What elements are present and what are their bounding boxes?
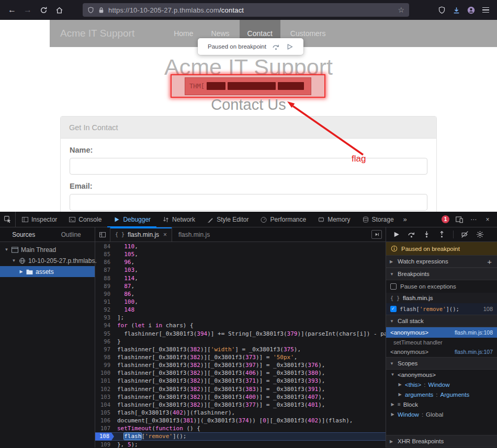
line-number[interactable]: 103 — [95, 393, 114, 401]
code-line-87[interactable]: 87 103, — [95, 266, 386, 274]
code-line-85[interactable]: 85 105, — [95, 250, 386, 258]
devtools-tab-memory[interactable]: Memory — [312, 212, 356, 227]
line-number[interactable]: 106 — [95, 417, 114, 424]
line-number[interactable]: 92 — [95, 306, 114, 314]
pick-element-icon[interactable] — [0, 212, 16, 227]
tab-outline[interactable]: Outline — [48, 227, 95, 242]
code-line-108[interactable]: 108 flash['remove'](); — [95, 432, 386, 440]
bookmark-star-icon[interactable]: ☆ — [398, 6, 404, 14]
code-line-89[interactable]: 89 87, — [95, 282, 386, 290]
frame-location[interactable]: flash.min.js:107 — [455, 349, 493, 355]
line-number[interactable]: 84 — [95, 243, 114, 250]
xhr-breakpoints-header[interactable]: ▶ XHR Breakpoints — [386, 435, 497, 447]
line-number[interactable]: 98 — [95, 353, 114, 361]
code-line-88[interactable]: 88 114, — [95, 274, 386, 282]
code-line-99[interactable]: 99flashinner[_0x3801f3(382)][_0x3801f3(3… — [95, 361, 386, 369]
name-field[interactable] — [70, 158, 427, 175]
code-line-95[interactable]: 95 flashinner[_0x3801f3(394)] += String[… — [95, 330, 386, 338]
expand-panes-icon[interactable] — [371, 230, 382, 239]
forward-button[interactable]: → — [21, 3, 35, 17]
error-count-badge[interactable]: 1 — [442, 215, 449, 223]
back-button[interactable]: ← — [5, 3, 19, 17]
devtools-tab-console[interactable]: Console — [63, 212, 107, 227]
devtools-tab-inspector[interactable]: Inspector — [16, 212, 63, 227]
account-icon[interactable] — [465, 4, 477, 16]
line-number[interactable]: 108 — [95, 432, 114, 440]
line-number[interactable]: 102 — [95, 385, 114, 393]
code-line-107[interactable]: 107setTimeout(function () { — [95, 424, 386, 432]
line-number[interactable]: 96 — [95, 338, 114, 346]
code-line-106[interactable]: 106document[_0x3801f3(381)](_0x3801f3(37… — [95, 417, 386, 424]
tree-expander-icon[interactable]: ▼ — [12, 258, 16, 263]
call-stack-async-label[interactable]: setTimeout handler — [386, 338, 497, 347]
line-number[interactable]: 99 — [95, 361, 114, 369]
code-line-100[interactable]: 100flashinner[_0x3801f3(382)][_0x3801f3(… — [95, 369, 386, 377]
tab-sources[interactable]: Sources — [0, 227, 48, 242]
scope-expander-icon[interactable]: ▶ — [398, 392, 402, 397]
pause-on-exceptions-checkbox[interactable] — [390, 283, 397, 290]
debugger-settings-icon[interactable] — [476, 231, 484, 238]
code-line-105[interactable]: 105flash[_0x3801f3(402)](flashinner), — [95, 409, 386, 417]
meatball-menu-icon[interactable]: ⋯ — [469, 215, 478, 224]
code-line-103[interactable]: 103flashinner[_0x3801f3(382)][_0x3801f3(… — [95, 393, 386, 401]
scope-expander-icon[interactable]: ▶ — [390, 412, 395, 417]
resume-icon[interactable] — [392, 231, 400, 238]
deactivate-breakpoints-icon[interactable] — [461, 231, 469, 238]
line-number[interactable]: 89 — [95, 282, 114, 290]
source-tab-active[interactable]: { } flash.min.js × — [110, 227, 172, 242]
code-line-92[interactable]: 92 148 — [95, 306, 386, 314]
watch-expressions-header[interactable]: ▶ Watch expressions + — [386, 255, 497, 268]
scope-expander-icon[interactable]: ▼ — [390, 372, 395, 377]
line-number[interactable]: 105 — [95, 409, 114, 417]
tree-item-assets[interactable]: ▶assets — [0, 266, 95, 277]
line-number[interactable]: 95 — [95, 330, 114, 338]
breakpoints-header[interactable]: ▼ Breakpoints — [386, 268, 497, 280]
responsive-mode-icon[interactable] — [455, 215, 464, 224]
code-line-104[interactable]: 104flashinner[_0x3801f3(382)][_0x3801f3(… — [95, 401, 386, 409]
tree-item-main-thread[interactable]: ▼Main Thread — [0, 244, 95, 255]
tree-item-10-10-205-27-p-thmlabs-[interactable]: ▼10-10-205-27.p.thmlabs. — [0, 255, 95, 266]
step-over-icon[interactable] — [408, 231, 415, 238]
code-line-98[interactable]: 98flashinner[_0x3801f3(382)][_0x3801f3(3… — [95, 353, 386, 361]
line-number[interactable]: 91 — [95, 298, 114, 306]
code-line-94[interactable]: 94for (let i in chars) { — [95, 321, 386, 329]
reload-button[interactable] — [37, 3, 50, 17]
breakpoint-checkbox[interactable] — [390, 306, 397, 312]
devtools-tab-network[interactable]: Network — [156, 212, 201, 227]
scope-row--anonymous-[interactable]: ▼<anonymous> — [386, 370, 497, 380]
step-in-icon[interactable] — [423, 231, 431, 238]
code-editor[interactable]: 84 110,85 105,86 96,87 103,88 114,89 87,… — [95, 242, 386, 447]
call-stack-frame[interactable]: <anonymous>flash.min.js:107 — [386, 347, 497, 357]
breakpoint-source-row[interactable]: { } flash.min.js — [386, 293, 497, 303]
line-number[interactable]: 88 — [95, 274, 114, 282]
scope-row-arguments[interactable]: ▶arguments:Arguments — [386, 389, 497, 399]
call-stack-frame[interactable]: <anonymous>flash.min.js:108 — [386, 327, 497, 338]
resume-icon[interactable] — [286, 43, 293, 51]
nav-link-home[interactable]: Home — [166, 20, 201, 47]
menu-icon[interactable] — [479, 4, 492, 16]
scope-row-block[interactable]: ▶≡Block — [386, 399, 497, 409]
line-number[interactable]: 86 — [95, 258, 114, 266]
line-number[interactable]: 101 — [95, 377, 114, 385]
scope-row-window[interactable]: ▶Window:Global — [386, 409, 497, 419]
code-line-109[interactable]: 109}, 5); — [95, 441, 386, 447]
code-line-91[interactable]: 91 100, — [95, 298, 386, 306]
code-line-86[interactable]: 86 96, — [95, 258, 386, 266]
step-out-icon[interactable] — [438, 231, 446, 238]
url-bar[interactable]: https://10-10-205-27.p.thmlabs.com/conta… — [83, 3, 409, 17]
call-stack-header[interactable]: ▼ Call stack — [386, 315, 497, 327]
scope-expander-icon[interactable]: ▶ — [390, 402, 395, 407]
step-over-icon[interactable] — [272, 43, 280, 51]
home-button[interactable] — [52, 3, 66, 17]
code-line-90[interactable]: 90 86, — [95, 290, 386, 298]
line-number[interactable]: 90 — [95, 290, 114, 298]
code-line-102[interactable]: 102flashinner[_0x3801f3(382)][_0x3801f3(… — [95, 385, 386, 393]
devtools-tab-debugger[interactable]: Debugger — [107, 212, 156, 227]
line-number[interactable]: 94 — [95, 321, 114, 329]
site-brand[interactable]: Acme IT Support — [50, 20, 134, 47]
source-tab-secondary[interactable]: flash.min.js — [172, 227, 216, 242]
code-line-84[interactable]: 84 110, — [95, 243, 386, 250]
line-number[interactable]: 109 — [95, 441, 114, 447]
pause-on-exceptions-row[interactable]: Pause on exceptions — [386, 280, 497, 293]
sources-panel-toggle-icon[interactable] — [95, 227, 110, 242]
